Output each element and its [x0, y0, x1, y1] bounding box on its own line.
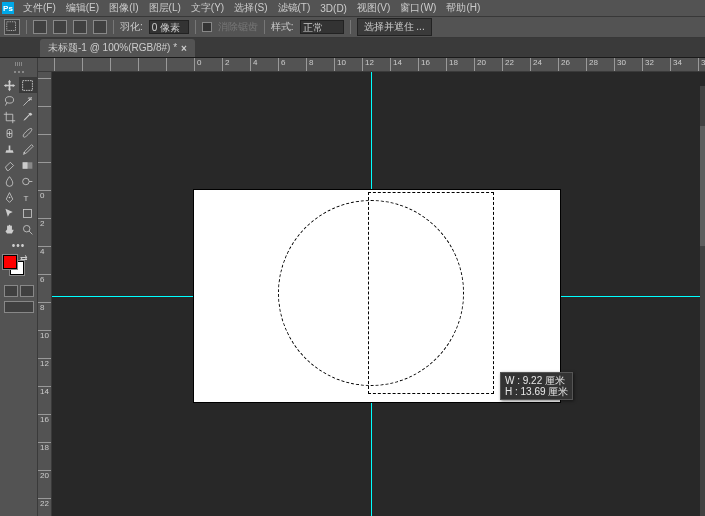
pen-tool-icon[interactable]: [0, 189, 19, 205]
hand-tool-icon[interactable]: [0, 221, 19, 237]
vertical-ruler[interactable]: 024681012141618202224: [38, 72, 52, 516]
marquee-tool-icon[interactable]: [19, 77, 38, 93]
svg-text:T: T: [24, 193, 29, 202]
options-bar: 羽化: 0 像素 消除锯齿 样式: 正常 选择并遮住 ...: [0, 16, 705, 38]
crop-tool-icon[interactable]: [0, 109, 19, 125]
magic-wand-tool-icon[interactable]: [19, 93, 38, 109]
svg-rect-6: [23, 162, 28, 169]
document-tab-bar: 未标题-1 @ 100%(RGB/8#) * ×: [0, 38, 705, 58]
workspace: T ••• ⇄ 02468101214161820222426283032343…: [0, 58, 705, 516]
menu-type[interactable]: 文字(Y): [186, 1, 229, 15]
svg-rect-0: [7, 22, 16, 31]
svg-rect-10: [24, 209, 32, 217]
style-dropdown[interactable]: 正常: [300, 20, 344, 34]
app-icon: Ps: [2, 2, 14, 14]
svg-point-11: [24, 225, 31, 232]
edit-toolbar-icon[interactable]: •••: [0, 237, 37, 253]
move-tool-icon[interactable]: [0, 77, 19, 93]
menu-bar: Ps 文件(F) 编辑(E) 图像(I) 图层(L) 文字(Y) 选择(S) 滤…: [0, 0, 705, 16]
menu-edit[interactable]: 编辑(E): [61, 1, 104, 15]
path-select-tool-icon[interactable]: [0, 205, 19, 221]
vertical-scrollbar[interactable]: [700, 86, 705, 516]
tool-preset-icon[interactable]: [4, 19, 20, 35]
blur-tool-icon[interactable]: [0, 173, 19, 189]
zoom-tool-icon[interactable]: [19, 221, 38, 237]
tooltip-h-value: 13.69 厘米: [521, 386, 569, 397]
selection-subtract-icon[interactable]: [73, 20, 87, 34]
svg-point-8: [8, 196, 10, 198]
menu-file[interactable]: 文件(F): [18, 1, 61, 15]
tooltip-w-label: W :: [505, 375, 520, 386]
dodge-tool-icon[interactable]: [19, 173, 38, 189]
menu-image[interactable]: 图像(I): [104, 1, 143, 15]
feather-input[interactable]: 0 像素: [149, 20, 189, 34]
color-swatches: ⇄: [0, 253, 37, 283]
toolbox-grip[interactable]: [0, 62, 37, 68]
menu-3d[interactable]: 3D(D): [315, 3, 352, 14]
select-and-mask-button[interactable]: 选择并遮住 ...: [357, 18, 432, 36]
selection-intersect-icon[interactable]: [93, 20, 107, 34]
toolbox: T ••• ⇄: [0, 58, 38, 516]
separator: [26, 20, 27, 34]
svg-point-7: [23, 178, 30, 185]
document-tab-title: 未标题-1 @ 100%(RGB/8#) *: [48, 41, 177, 55]
spot-heal-tool-icon[interactable]: [0, 125, 19, 141]
tooltip-h-label: H :: [505, 386, 518, 397]
dimension-tooltip: W : 9.22 厘米 H : 13.69 厘米: [500, 372, 573, 400]
svg-rect-1: [23, 80, 33, 90]
scrollbar-thumb[interactable]: [700, 126, 705, 246]
tooltip-w-value: 9.22 厘米: [523, 375, 565, 386]
menu-window[interactable]: 窗口(W): [395, 1, 441, 15]
menu-help[interactable]: 帮助(H): [441, 1, 485, 15]
selection-new-icon[interactable]: [33, 20, 47, 34]
brush-tool-icon[interactable]: [19, 125, 38, 141]
standard-mode-icon[interactable]: [4, 285, 18, 297]
screen-mode-icon[interactable]: [4, 301, 34, 313]
quickmask-mode-icon[interactable]: [20, 285, 34, 297]
separator: [195, 20, 196, 34]
clone-stamp-tool-icon[interactable]: [0, 141, 19, 157]
svg-point-4: [24, 151, 26, 153]
type-tool-icon[interactable]: T: [19, 189, 38, 205]
menu-select[interactable]: 选择(S): [229, 1, 272, 15]
history-brush-tool-icon[interactable]: [19, 141, 38, 157]
antialias-label: 消除锯齿: [218, 20, 258, 34]
selection-add-icon[interactable]: [53, 20, 67, 34]
document-canvas[interactable]: [194, 190, 560, 402]
style-label: 样式:: [271, 20, 294, 34]
svg-point-2: [5, 96, 13, 103]
separator: [264, 20, 265, 34]
toolbox-collapse-icon[interactable]: [0, 71, 37, 75]
canvas-viewport[interactable]: W : 9.22 厘米 H : 13.69 厘米: [52, 72, 705, 516]
antialias-checkbox[interactable]: [202, 22, 212, 32]
foreground-color-swatch[interactable]: [3, 255, 17, 269]
menu-filter[interactable]: 滤镜(T): [273, 1, 316, 15]
horizontal-ruler[interactable]: 02468101214161820222426283032343638: [38, 58, 705, 72]
separator: [350, 20, 351, 34]
close-icon[interactable]: ×: [181, 43, 187, 54]
gradient-tool-icon[interactable]: [19, 157, 38, 173]
menu-layer[interactable]: 图层(L): [144, 1, 186, 15]
separator: [113, 20, 114, 34]
document-tab[interactable]: 未标题-1 @ 100%(RGB/8#) * ×: [40, 39, 195, 57]
eyedropper-tool-icon[interactable]: [19, 109, 38, 125]
shape-tool-icon[interactable]: [19, 205, 38, 221]
menu-view[interactable]: 视图(V): [352, 1, 395, 15]
feather-label: 羽化:: [120, 20, 143, 34]
lasso-tool-icon[interactable]: [0, 93, 19, 109]
eraser-tool-icon[interactable]: [0, 157, 19, 173]
